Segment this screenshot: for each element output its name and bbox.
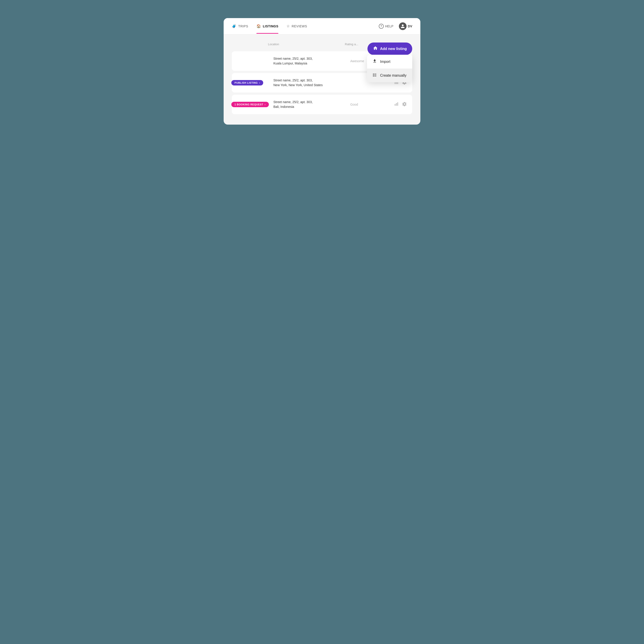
row-location-1: Street name, 25/2, apt. 303,Kuala Lumpur… — [273, 56, 350, 66]
badge-arrow-icon: › — [259, 81, 260, 84]
badge-arrow-icon: › — [265, 103, 265, 106]
add-listing-icon — [373, 46, 378, 52]
import-label: Import — [380, 60, 390, 64]
svg-rect-2 — [373, 75, 374, 75]
svg-rect-5 — [374, 76, 376, 76]
main-content: Add new listing Import — [224, 34, 420, 125]
booking-request-badge[interactable]: 1 BOOKING REQUEST › — [231, 102, 269, 107]
nav-left: 🧳 TRIPS 🏠 LISTINGS ☆ REVIEWS — [232, 19, 307, 34]
create-manually-option[interactable]: Create manually — [367, 69, 412, 82]
nav-right: ? HELP DV — [379, 22, 412, 30]
import-icon — [372, 59, 377, 64]
add-listing-dropdown: Import Create manually — [367, 55, 412, 82]
svg-rect-13 — [396, 103, 397, 106]
col-location-header: Location — [268, 43, 345, 46]
create-manually-label: Create manually — [380, 73, 407, 78]
svg-rect-1 — [374, 74, 376, 74]
create-manually-icon — [372, 73, 377, 78]
row-location-2: Street name, 25/2, apt. 303,New York, Ne… — [273, 78, 350, 88]
avatar — [399, 22, 407, 30]
location-header-label: Location — [268, 43, 279, 46]
settings-icon-3[interactable] — [402, 102, 407, 107]
location-text-1: Street name, 25/2, apt. 303,Kuala Lumpur… — [273, 56, 350, 66]
booking-badge-label: 1 BOOKING REQUEST — [234, 103, 263, 106]
listings-label: LISTINGS — [263, 24, 278, 28]
svg-rect-14 — [397, 102, 398, 106]
app-card: 🧳 TRIPS 🏠 LISTINGS ☆ REVIEWS ? HELP — [224, 18, 420, 125]
publish-badge-label: PUBLISH LISTING — [234, 81, 258, 84]
listings-icon: 🏠 — [256, 24, 261, 28]
rating-header-label: Rating a... — [345, 43, 358, 46]
user-initials: DV — [408, 24, 412, 28]
location-text-3: Street name, 25/2, apt. 303,Bali, Indone… — [273, 100, 350, 109]
svg-rect-3 — [374, 75, 376, 75]
reviews-icon: ☆ — [286, 24, 290, 28]
nav-help[interactable]: ? HELP — [379, 24, 393, 29]
svg-rect-0 — [373, 73, 374, 74]
add-listing-label: Add new listing — [380, 47, 407, 51]
svg-rect-4 — [373, 76, 374, 76]
help-icon: ? — [379, 24, 384, 29]
add-listing-button[interactable]: Add new listing — [367, 43, 412, 55]
nav-avatar[interactable]: DV — [399, 22, 412, 30]
table-row: 1 BOOKING REQUEST › Street name, 25/2, a… — [232, 95, 412, 114]
location-text-2: Street name, 25/2, apt. 303,New York, Ne… — [273, 78, 350, 88]
import-option[interactable]: Import — [367, 55, 412, 69]
navbar: 🧳 TRIPS 🏠 LISTINGS ☆ REVIEWS ? HELP — [224, 18, 420, 34]
nav-listings[interactable]: 🏠 LISTINGS — [256, 19, 279, 34]
nav-reviews[interactable]: ☆ REVIEWS — [286, 19, 307, 34]
row-location-3: Street name, 25/2, apt. 303,Bali, Indone… — [273, 100, 350, 109]
reviews-label: REVIEWS — [292, 24, 307, 28]
trips-icon: 🧳 — [232, 24, 237, 28]
trips-label: TRIPS — [238, 24, 248, 28]
nav-trips[interactable]: 🧳 TRIPS — [232, 19, 248, 34]
stats-icon-3[interactable] — [394, 102, 399, 107]
svg-rect-9 — [395, 82, 395, 84]
rating-value-3: Good — [350, 103, 358, 106]
rating-value-1: Awesome — [350, 59, 364, 63]
row-rating-3: Good — [350, 103, 394, 106]
svg-rect-12 — [395, 104, 395, 106]
publish-listing-badge[interactable]: PUBLISH LISTING › — [231, 80, 263, 85]
row-actions-3 — [394, 102, 407, 107]
help-label: HELP — [385, 24, 393, 28]
